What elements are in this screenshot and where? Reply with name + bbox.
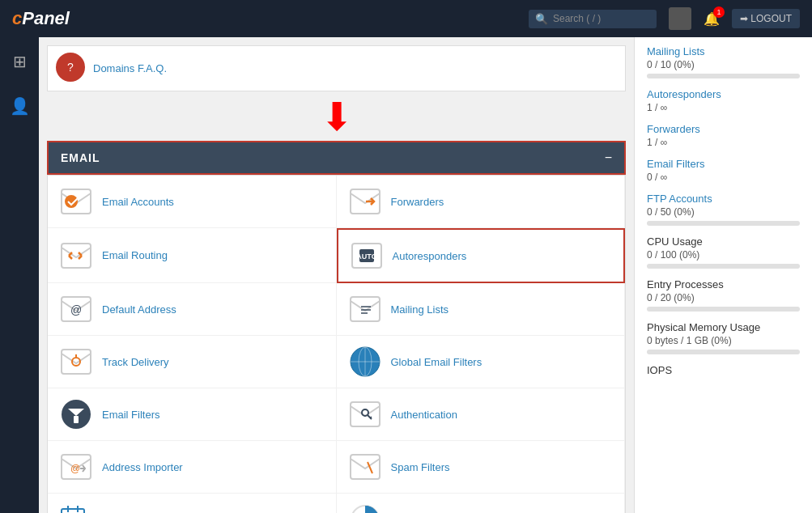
svg-rect-32 (62, 509, 84, 513)
down-arrow-annotation: ⬇ (47, 98, 626, 137)
main-content: ? Domains F.A.Q. ⬇ EMAIL − (39, 37, 634, 513)
email-filters-label: Email Filters (102, 409, 160, 421)
sidebar-icon-grid[interactable]: ⊞ (6, 45, 33, 78)
stat-ftp-accounts-bar (647, 221, 800, 226)
domains-faq-row[interactable]: ? Domains F.A.Q. (47, 45, 626, 91)
grid-item-email-filters[interactable]: Email Filters (48, 388, 337, 441)
stat-forwarders-value: 1 / ∞ (647, 137, 800, 148)
down-arrow-icon: ⬇ (321, 98, 353, 137)
svg-rect-24 (351, 402, 380, 426)
domains-faq-icon: ? (56, 53, 85, 84)
mailing-lists-label: Mailing Lists (391, 303, 449, 316)
stat-ftp-accounts-label: FTP Accounts (647, 193, 800, 205)
global-email-filters-icon (349, 346, 381, 378)
stat-cpu-usage: CPU Usage 0 / 100 (0%) (647, 235, 800, 269)
default-address-icon: @ (60, 293, 92, 325)
grid-item-track-delivery[interactable]: Track Delivery (48, 336, 337, 388)
email-filters-icon (60, 398, 92, 430)
svg-point-3 (65, 195, 78, 208)
stat-ftp-accounts: FTP Accounts 0 / 50 (0%) (647, 193, 800, 226)
domains-faq-label: Domains F.A.Q. (93, 62, 167, 74)
grid-item-forwarders[interactable]: Forwarders (337, 176, 626, 228)
email-section-header[interactable]: EMAIL − (47, 141, 626, 175)
grid-item-autoresponders[interactable]: AUTO Autoresponders ⬅ (337, 228, 626, 283)
mailing-lists-icon (349, 293, 381, 325)
brand-panel: Panel (22, 8, 70, 28)
track-delivery-icon (60, 346, 92, 378)
grid-item-address-importer[interactable]: @ Address Importer (48, 441, 337, 494)
svg-rect-23 (74, 416, 79, 423)
svg-text:?: ? (67, 61, 74, 74)
stat-physical-memory-bar (647, 350, 800, 354)
stat-physical-memory: Physical Memory Usage 0 bytes / 1 GB (0%… (647, 321, 800, 354)
autoresponders-icon: AUTO (351, 240, 383, 272)
svg-rect-15 (62, 350, 91, 374)
spam-filters-label: Spam Filters (391, 461, 450, 473)
stat-autoresponders: Autoresponders 1 / ∞ (647, 88, 800, 113)
default-address-label: Default Address (102, 303, 176, 316)
address-importer-icon: @ (60, 451, 92, 483)
section-title: EMAIL (61, 151, 100, 164)
stat-autoresponders-label: Autoresponders (647, 88, 800, 100)
grid-item-authentication[interactable]: Authentication (337, 388, 626, 441)
logout-icon: ➡ (740, 13, 748, 24)
notification-badge: 1 (713, 6, 725, 18)
stat-cpu-usage-bar (647, 264, 800, 269)
authentication-icon (349, 398, 381, 430)
stat-email-filters-label: Email Filters (647, 158, 800, 170)
email-routing-icon (60, 240, 92, 272)
sidebar-icon-user[interactable]: 👤 (3, 90, 36, 122)
email-disk-usage-icon (349, 503, 381, 513)
grid-item-default-address[interactable]: @ Default Address (48, 283, 337, 336)
svg-rect-5 (62, 244, 91, 268)
stat-cpu-usage-value: 0 / 100 (0%) (647, 249, 800, 261)
stat-ftp-accounts-value: 0 / 50 (0%) (647, 206, 800, 218)
search-box[interactable]: 🔍 (529, 10, 657, 28)
search-input[interactable] (553, 13, 650, 24)
navbar-right: 🔍 🔔 1 ➡ LOGOUT (529, 7, 800, 30)
calendars-contacts-icon: ★ (60, 503, 92, 513)
stat-mailing-lists: Mailing Lists 0 / 10 (0%) (647, 45, 800, 78)
logout-button[interactable]: ➡ LOGOUT (732, 9, 800, 28)
email-accounts-label: Email Accounts (102, 196, 174, 208)
notification-icon[interactable]: 🔔 1 (704, 11, 720, 27)
svg-text:@: @ (70, 463, 80, 474)
user-icon[interactable] (669, 7, 691, 30)
stat-cpu-usage-label: CPU Usage (647, 235, 800, 248)
stat-forwarders: Forwarders 1 / ∞ (647, 123, 800, 148)
svg-rect-30 (351, 455, 380, 479)
stat-mailing-lists-label: Mailing Lists (647, 45, 800, 57)
stat-entry-processes-label: Entry Processes (647, 278, 800, 290)
svg-text:@: @ (70, 303, 82, 316)
navbar: cPanel 🔍 🔔 1 ➡ LOGOUT (0, 0, 812, 37)
stat-physical-memory-label: Physical Memory Usage (647, 321, 800, 333)
stat-autoresponders-value: 1 / ∞ (647, 102, 800, 113)
forwarders-label: Forwarders (391, 196, 444, 208)
stat-mailing-lists-value: 0 / 10 (0%) (647, 59, 800, 70)
grid-item-global-email-filters[interactable]: Global Email Filters (337, 336, 626, 388)
grid-item-mailing-lists[interactable]: Mailing Lists (337, 283, 626, 336)
svg-rect-11 (351, 297, 380, 321)
grid-item-calendars-contacts[interactable]: ★ Calendars and Contacts (48, 494, 337, 513)
sidebar: ⊞ 👤 (0, 37, 39, 513)
email-items-grid: Email Accounts Forwarders (47, 175, 626, 513)
email-accounts-icon (60, 185, 92, 218)
track-delivery-label: Track Delivery (102, 356, 169, 368)
address-importer-label: Address Importer (102, 461, 183, 473)
right-panel: Mailing Lists 0 / 10 (0%) Autoresponders… (634, 37, 812, 513)
autoresponders-label: Autoresponders (393, 250, 467, 262)
stat-forwarders-label: Forwarders (647, 123, 800, 135)
stat-email-filters: Email Filters 0 / ∞ (647, 158, 800, 183)
stat-iops-label: IOPS (647, 364, 800, 376)
grid-item-email-accounts[interactable]: Email Accounts (48, 176, 337, 228)
stat-iops: IOPS (647, 364, 800, 376)
brand-c: c (12, 8, 22, 28)
svg-text:AUTO: AUTO (356, 252, 376, 261)
grid-item-email-disk-usage[interactable]: Email Disk Usage (337, 494, 626, 513)
authentication-label: Authentication (391, 409, 457, 421)
forwarders-icon (349, 185, 381, 218)
section-collapse-icon[interactable]: − (605, 151, 612, 165)
grid-item-email-routing[interactable]: Email Routing (48, 228, 337, 283)
email-routing-label: Email Routing (102, 249, 168, 261)
grid-item-spam-filters[interactable]: Spam Filters (337, 441, 626, 494)
